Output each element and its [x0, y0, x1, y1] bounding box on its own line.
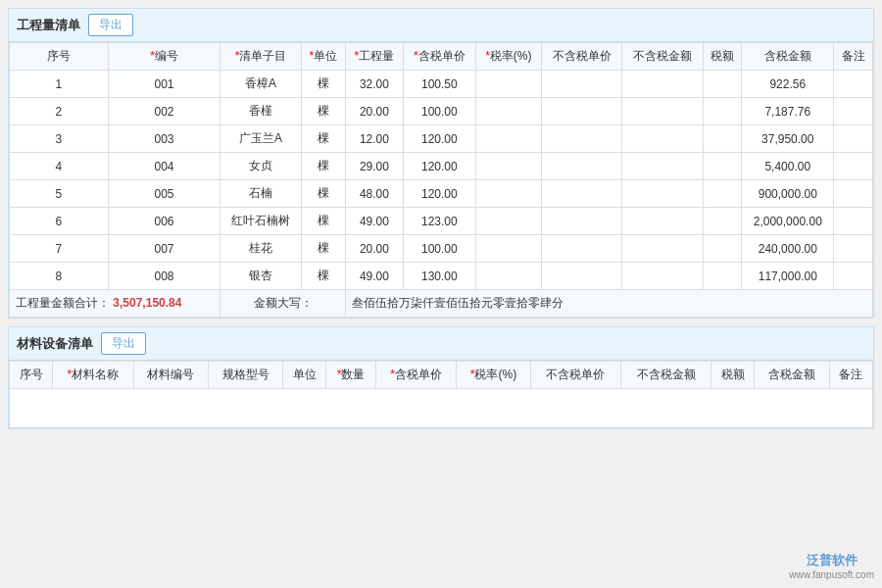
col-unit: *单位 — [301, 43, 345, 71]
cell-tax_amount — [703, 180, 741, 208]
cell-tax_unit_price: 120.00 — [404, 180, 476, 208]
cell-name: 石楠 — [220, 180, 301, 208]
cell-seq: 1 — [10, 71, 109, 98]
table-row: 2002香槿棵20.00100.007,187.76 — [10, 98, 873, 125]
engineering-footer-row: 工程量金额合计： 3,507,150.84 金额大写： 叁佰伍拾万柒仟壹佰伍拾元… — [10, 290, 873, 318]
cell-code: 006 — [108, 208, 220, 235]
col-tax-amount: 税额 — [703, 43, 741, 71]
table-row: 5005石楠棵48.00120.00900,000.00 — [10, 180, 873, 208]
col-tax-rate: *税率(%) — [475, 43, 541, 71]
cell-note — [834, 208, 873, 235]
cell-notax_amount — [622, 235, 703, 263]
cell-name: 香槿 — [220, 98, 301, 125]
cell-tax_rate — [475, 235, 541, 263]
amount-chinese: 叁佰伍拾万柒仟壹佰伍拾元零壹拾零肆分 — [345, 290, 872, 318]
col-quantity: *工程量 — [345, 43, 403, 71]
cell-tax_rate — [475, 125, 541, 153]
mat-col-unit: 单位 — [283, 362, 326, 389]
cell-code: 004 — [108, 153, 220, 180]
cell-code: 003 — [108, 125, 220, 153]
cell-notax_amount — [622, 180, 703, 208]
materials-table: 序号 *材料名称 材料编号 规格型号 单位 *数量 *含税单价 *税率(%) 不… — [9, 361, 873, 428]
cell-unit: 棵 — [301, 153, 345, 180]
total-label: 工程量金额合计： 3,507,150.84 — [10, 290, 220, 318]
col-name: *清单子目 — [220, 43, 301, 71]
cell-code: 001 — [108, 71, 220, 98]
materials-export-button[interactable]: 导出 — [101, 332, 146, 355]
cell-notax_unit_price — [541, 235, 621, 263]
engineering-title: 工程量清单 — [17, 17, 80, 34]
cell-tax_rate — [475, 208, 541, 235]
cell-tax_amount — [703, 208, 741, 235]
cell-total_tax_amount: 2,000,000.00 — [742, 208, 834, 235]
cell-total_tax_amount: 240,000.00 — [742, 235, 834, 263]
cell-notax_amount — [622, 263, 703, 290]
table-row: 8008银杏棵49.00130.00117,000.00 — [10, 263, 873, 290]
mat-col-notax-amount: 不含税金额 — [621, 362, 711, 389]
cell-notax_unit_price — [541, 71, 621, 98]
mat-empty-row — [10, 389, 873, 428]
cell-notax_amount — [622, 125, 703, 153]
cell-seq: 5 — [10, 180, 109, 208]
cell-unit: 棵 — [301, 98, 345, 125]
cell-notax_unit_price — [541, 125, 621, 153]
cell-tax_rate — [475, 71, 541, 98]
cell-notax_amount — [622, 153, 703, 180]
cell-name: 桂花 — [220, 235, 301, 263]
cell-unit: 棵 — [301, 235, 345, 263]
cell-tax_amount — [703, 153, 741, 180]
cell-quantity: 49.00 — [345, 208, 403, 235]
cell-code: 007 — [108, 235, 220, 263]
cell-tax_unit_price: 123.00 — [404, 208, 476, 235]
cell-total_tax_amount: 5,400.00 — [742, 153, 834, 180]
cell-tax_rate — [475, 153, 541, 180]
engineering-export-button[interactable]: 导出 — [88, 14, 133, 36]
cell-notax_amount — [622, 98, 703, 125]
engineering-table: 序号 *编号 *清单子目 *单位 *工程量 *含税单价 *税率(%) 不含税单价… — [9, 42, 873, 318]
table-row: 7007桂花棵20.00100.00240,000.00 — [10, 235, 873, 263]
cell-tax_amount — [703, 263, 741, 290]
cell-tax_amount — [703, 125, 741, 153]
cell-note — [834, 180, 873, 208]
cell-unit: 棵 — [301, 208, 345, 235]
cell-code: 002 — [108, 98, 220, 125]
table-row: 6006红叶石楠树棵49.00123.002,000,000.00 — [10, 208, 873, 235]
engineering-header-row: 序号 *编号 *清单子目 *单位 *工程量 *含税单价 *税率(%) 不含税单价… — [10, 43, 873, 71]
cell-tax_unit_price: 100.00 — [404, 98, 476, 125]
cell-note — [834, 98, 873, 125]
mat-col-seq: 序号 — [10, 362, 53, 389]
table-row: 4004女贞棵29.00120.005,400.00 — [10, 153, 873, 180]
mat-col-name: *材料名称 — [53, 362, 134, 389]
cell-tax_unit_price: 100.00 — [404, 235, 476, 263]
cell-tax_rate — [475, 263, 541, 290]
materials-title: 材料设备清单 — [17, 335, 93, 353]
col-notax-unit-price: 不含税单价 — [541, 43, 621, 71]
mat-col-quantity: *数量 — [326, 362, 375, 389]
mat-col-spec: 规格型号 — [208, 362, 282, 389]
mat-col-tax-unit-price: *含税单价 — [375, 362, 457, 389]
cell-unit: 棵 — [301, 263, 345, 290]
materials-table-wrapper: 序号 *材料名称 材料编号 规格型号 单位 *数量 *含税单价 *税率(%) 不… — [9, 361, 873, 428]
total-value: 3,507,150.84 — [113, 296, 181, 310]
cell-code: 005 — [108, 180, 220, 208]
mat-col-code: 材料编号 — [133, 362, 208, 389]
mat-col-notax-unit-price: 不含税单价 — [530, 362, 620, 389]
cell-name: 红叶石楠树 — [220, 208, 301, 235]
cell-notax_unit_price — [541, 180, 621, 208]
col-code: *编号 — [108, 43, 220, 71]
col-notax-amount: 不含税金额 — [622, 43, 703, 71]
cell-note — [834, 153, 873, 180]
cell-total_tax_amount: 7,187.76 — [742, 98, 834, 125]
cell-unit: 棵 — [301, 180, 345, 208]
table-row: 3003广玉兰A棵12.00120.0037,950.00 — [10, 125, 873, 153]
cell-notax_amount — [622, 71, 703, 98]
cell-notax_unit_price — [541, 263, 621, 290]
cell-tax_unit_price: 130.00 — [404, 263, 476, 290]
mat-col-tax-amount: 税额 — [711, 362, 755, 389]
mat-col-total-tax-amount: 含税金额 — [755, 362, 829, 389]
cell-note — [834, 71, 873, 98]
materials-header: 材料设备清单 导出 — [9, 327, 873, 361]
cell-notax_unit_price — [541, 98, 621, 125]
materials-section: 材料设备清单 导出 序号 *材料名称 材料编号 规格型号 单位 *数量 *含税单… — [8, 326, 874, 429]
cell-tax_unit_price: 100.50 — [404, 71, 476, 98]
